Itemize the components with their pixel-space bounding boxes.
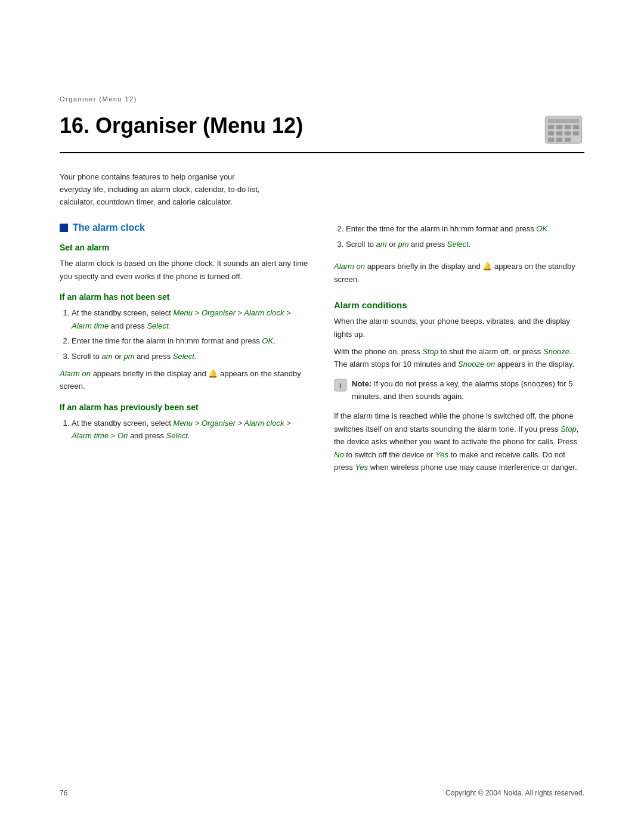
stop-label: Stop <box>422 347 438 356</box>
note-box: i Note: If you do not press a key, the a… <box>334 378 584 403</box>
snooze-on-label: Snooze on <box>458 360 495 368</box>
page-title: 16. Organiser (Menu 12) <box>60 113 303 138</box>
svg-rect-3 <box>556 125 563 129</box>
pm-right: pm <box>398 240 408 249</box>
alarm-on-italic: Alarm on <box>60 369 91 378</box>
no-label: No <box>334 450 344 459</box>
svg-rect-4 <box>565 125 571 129</box>
alarm-clock-section-title: The alarm clock <box>60 222 310 233</box>
select-right: Select. <box>447 240 471 249</box>
if-previously-set-title: If an alarm has previously been set <box>60 402 310 412</box>
alarm-conditions-title: Alarm conditions <box>334 300 584 310</box>
two-column-layout: The alarm clock Set an alarm The alarm c… <box>60 222 584 478</box>
ok-label: OK <box>262 336 273 345</box>
breadcrumb: Organiser (Menu 12) <box>60 95 584 103</box>
stop-label2: Stop <box>561 425 577 433</box>
intro-text: Your phone contains features to help org… <box>60 171 262 208</box>
svg-rect-10 <box>548 138 555 142</box>
svg-text:i: i <box>339 380 342 389</box>
note-text: Note: If you do not press a key, the ala… <box>352 378 584 403</box>
list-item: Scroll to am or pm and press Select. <box>72 350 310 363</box>
footer: 76 Copyright © 2004 Nokia. All rights re… <box>0 789 644 797</box>
alarm-on-note-left: Alarm on appears briefly in the display … <box>60 367 310 393</box>
menu-path-green: Menu > Organiser > Alarm clock > Alarm t… <box>72 308 291 330</box>
set-alarm-title: Set an alarm <box>60 243 310 252</box>
page-header: 16. Organiser (Menu 12) <box>60 113 584 153</box>
yes-label2: Yes <box>355 463 368 472</box>
svg-rect-1 <box>548 119 580 123</box>
alarm-on-note-right: Alarm on appears briefly in the display … <box>334 260 584 286</box>
svg-rect-5 <box>573 125 580 129</box>
select-label2: Select. <box>173 352 197 361</box>
set-alarm-body: The alarm clock is based on the phone cl… <box>60 257 310 283</box>
svg-rect-7 <box>556 131 563 135</box>
note-icon: i <box>334 379 347 392</box>
right-column: Enter the time for the alarm in hh:mm fo… <box>334 222 584 478</box>
if-previously-set-steps: At the standby screen, select Menu > Org… <box>72 417 310 442</box>
svg-rect-2 <box>548 125 555 129</box>
copyright: Copyright © 2004 Nokia. All rights reser… <box>445 789 584 797</box>
alarm-conditions-para3: If the alarm time is reached while the p… <box>334 410 584 473</box>
select-label3: Select. <box>166 431 190 440</box>
alarm-on-italic-right: Alarm on <box>334 262 365 271</box>
snooze-label: Snooze <box>543 347 569 356</box>
list-item: Enter the time for the alarm in hh:mm fo… <box>72 335 310 347</box>
select-label: Select. <box>147 321 171 330</box>
pm-label: pm <box>123 352 134 361</box>
alarm-conditions-para1: When the alarm sounds, your phone beeps,… <box>334 315 584 340</box>
yes-label1: Yes <box>435 450 448 459</box>
svg-rect-8 <box>565 131 571 135</box>
right-col-steps: Enter the time for the alarm in hh:mm fo… <box>346 222 584 250</box>
if-not-set-steps: At the standby screen, select Menu > Org… <box>72 306 310 363</box>
svg-rect-6 <box>548 131 555 135</box>
page-number: 76 <box>60 789 67 797</box>
svg-rect-11 <box>556 138 563 142</box>
page: Organiser (Menu 12) 16. Organiser (Menu … <box>0 0 644 833</box>
list-item: Enter the time for the alarm in hh:mm fo… <box>346 222 584 235</box>
if-not-set-title: If an alarm has not been set <box>60 292 310 302</box>
section-title-square <box>60 224 68 232</box>
note-label: Note: <box>352 379 371 388</box>
list-item: At the standby screen, select Menu > Org… <box>72 417 310 442</box>
am-label: am <box>102 352 113 361</box>
list-item: At the standby screen, select Menu > Org… <box>72 306 310 332</box>
ok-label-right: OK <box>536 224 547 233</box>
organiser-icon <box>543 113 584 146</box>
svg-rect-12 <box>565 138 571 142</box>
am-right: am <box>376 240 387 249</box>
left-column: The alarm clock Set an alarm The alarm c… <box>60 222 310 447</box>
svg-rect-9 <box>573 131 580 135</box>
list-item: Scroll to am or pm and press Select. <box>346 238 584 250</box>
alarm-conditions-para2: With the phone on, press Stop to shut th… <box>334 345 584 371</box>
